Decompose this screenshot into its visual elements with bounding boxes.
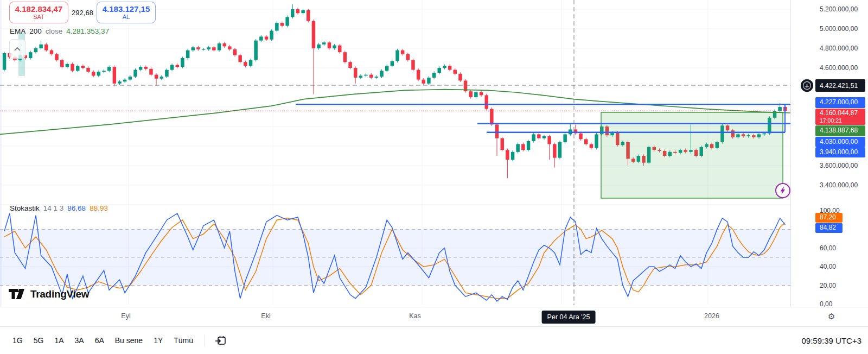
- chevron-up-icon: [14, 47, 21, 51]
- time-axis-label: Eki: [261, 312, 270, 320]
- crosshair-date-badge: Per 04 Ara '25: [542, 311, 596, 324]
- stoch-title: Stokastik: [10, 204, 40, 212]
- tradingview-watermark: TradingView: [9, 288, 89, 300]
- time-axis-label: 2026: [704, 312, 719, 320]
- range-button-1g[interactable]: 1G: [8, 333, 28, 348]
- crosshair-price-badge: 4.422.421,51: [815, 79, 865, 92]
- range-button-3a[interactable]: 3A: [70, 333, 89, 348]
- bottom-toolbar: 1G5G1A3A6ABu sene1YTümü 09:59:39 UTC+3: [0, 326, 868, 354]
- price-badge: 4.160.044,8717:00:21: [815, 109, 865, 125]
- tradingview-logo-icon: [9, 289, 26, 300]
- tradingview-chart-app: 4.182.834,47 SAT 292,68 4.183.127,15 AL …: [0, 0, 868, 354]
- price-axis-label: 40,00: [820, 263, 836, 270]
- price-badge: 4.227.000,00: [815, 97, 865, 108]
- range-button-6a[interactable]: 6A: [90, 333, 109, 348]
- range-button-1y[interactable]: 1Y: [149, 333, 168, 348]
- buy-price: 4.183.127,15: [103, 4, 150, 14]
- toolbar-separator: [205, 334, 205, 346]
- buy-button[interactable]: 4.183.127,15 AL: [97, 2, 156, 23]
- price-axis-label: 3.400.000,00: [820, 181, 858, 189]
- range-buttons-group: 1G5G1A3A6ABu sene1YTümü: [8, 333, 198, 348]
- price-scale[interactable]: + 4.422.421,51 5.200.000,005.000.000,004…: [790, 0, 868, 307]
- stoch-badge: 84,82: [815, 223, 843, 233]
- time-scale[interactable]: Per 04 Ara '25 ⚙ EylEkiKas2026: [0, 307, 868, 326]
- stoch-badge: 87,20: [815, 213, 843, 223]
- collapse-legend-button[interactable]: [9, 39, 25, 59]
- ema-legend: EMA 200 close 4.281.353,37: [10, 27, 109, 35]
- stoch-k-value: 86,68: [67, 204, 86, 212]
- ema-title: EMA: [10, 27, 25, 35]
- time-axis-label: Kas: [409, 312, 421, 320]
- ema-value: 4.281.353,37: [66, 27, 109, 35]
- price-axis-label: 5.000.000,00: [820, 25, 858, 33]
- price-axis-label: 20,00: [820, 282, 836, 289]
- price-chart-canvas[interactable]: [0, 0, 790, 307]
- price-axis-label: 60,00: [820, 244, 836, 252]
- range-button-tümü[interactable]: Tümü: [169, 333, 198, 348]
- price-axis-label: 3.600.000,00: [820, 162, 858, 169]
- stoch-params: 14 1 3: [43, 204, 64, 212]
- time-axis-label: Eyl: [121, 312, 130, 320]
- range-button-bu-sene[interactable]: Bu sene: [110, 333, 148, 348]
- stochastic-legend: Stokastik 14 1 3 86,68 88,93: [10, 204, 108, 212]
- scale-settings-gear-icon[interactable]: ⚙: [828, 312, 835, 321]
- ema-param: 200: [29, 27, 42, 35]
- watermark-text: TradingView: [30, 288, 89, 300]
- spread-value: 292,68: [68, 9, 97, 17]
- go-to-date-button[interactable]: [212, 333, 229, 349]
- sell-label: SAT: [33, 14, 44, 21]
- range-button-1a[interactable]: 1A: [49, 333, 68, 348]
- trade-panel: 4.182.834,47 SAT 292,68 4.183.127,15 AL: [9, 2, 156, 23]
- price-axis-label: 4.600.000,00: [820, 64, 858, 72]
- price-axis-label: 4.800.000,00: [820, 45, 858, 52]
- price-badge: 4.030.000,00: [815, 137, 865, 147]
- stoch-d-value: 88,93: [90, 204, 108, 212]
- price-badge: 3.940.000,00: [815, 147, 865, 157]
- sell-button[interactable]: 4.182.834,47 SAT: [9, 2, 68, 23]
- sell-price: 4.182.834,47: [15, 4, 63, 14]
- price-axis-label: 5.200.000,00: [820, 5, 858, 13]
- ema-source: close: [46, 27, 63, 35]
- buy-label: AL: [123, 14, 130, 21]
- range-button-5g[interactable]: 5G: [29, 333, 49, 348]
- add-order-plus-icon[interactable]: +: [801, 79, 813, 92]
- lightning-bolt-icon[interactable]: [775, 182, 791, 199]
- calendar-icon: [215, 335, 226, 346]
- server-clock: 09:59:39 UTC+3: [802, 336, 862, 345]
- price-badge: 4.138.887,68: [815, 125, 865, 136]
